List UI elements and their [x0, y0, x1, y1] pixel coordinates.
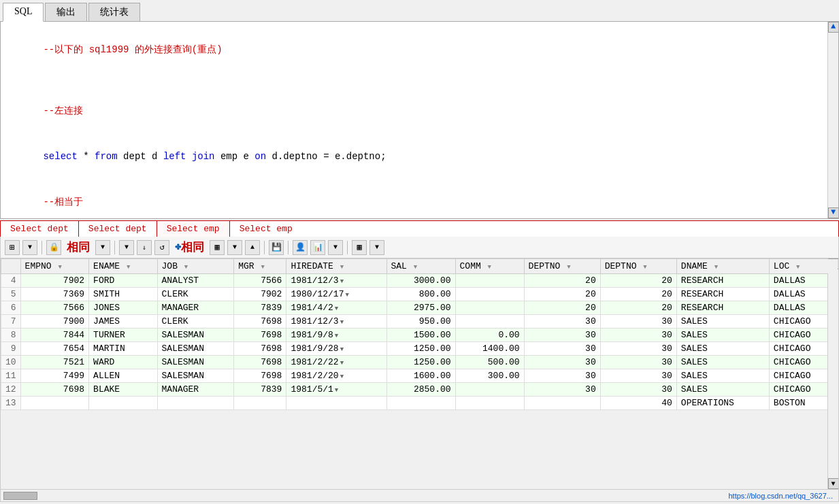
td-hiredate: 1981/2/22▼ — [286, 356, 386, 369]
td-dname: SALES — [676, 342, 769, 356]
td-comm — [455, 288, 524, 301]
td-job: MANAGER — [157, 301, 234, 315]
toolbar-same-icon-1[interactable]: 相同 — [64, 239, 93, 255]
th-dname[interactable]: DNAME ▼ — [676, 259, 769, 274]
td-comm — [455, 274, 524, 288]
toolbar-same-icon-2[interactable]: ✤相同 — [172, 239, 207, 255]
td-dname: SALES — [676, 329, 769, 342]
bottom-scroll-thumb[interactable] — [3, 492, 37, 500]
editor-scroll-up[interactable]: ▲ — [828, 22, 839, 33]
td-comm — [455, 315, 524, 329]
toolbar-lock-icon[interactable]: 🔒 — [46, 240, 61, 255]
toolbar-down-btn-2[interactable]: ⇓ — [137, 240, 152, 255]
table-row: 97654MARTINSALESMAN76981981/9/28▼1250.00… — [1, 342, 838, 356]
grid-scrollbar[interactable]: ▲ ▼ — [827, 258, 838, 489]
editor-line-2 — [9, 73, 830, 88]
grid-scroll-down[interactable]: ▼ — [828, 478, 839, 489]
data-grid-wrapper[interactable]: EMPNO ▼ ENAME ▼ JOB ▼ MGR ▼ HIREDATE ▼ S… — [0, 258, 839, 490]
toolbar-layers-icon[interactable]: ▦ — [210, 240, 225, 255]
table-body: 47902FORDANALYST75661981/12/3▼3000.00202… — [1, 274, 838, 410]
tab-output[interactable]: 输出 — [45, 3, 87, 21]
td-dname: OPERATIONS — [676, 397, 769, 410]
td-rownum: 12 — [1, 383, 21, 397]
th-rownum — [1, 259, 21, 274]
td-rownum: 9 — [1, 342, 21, 356]
toolbar-floppy-icon[interactable]: 💾 — [269, 240, 284, 255]
td-deptno2: 20 — [600, 301, 676, 315]
td-ename: JONES — [89, 301, 157, 315]
th-deptno1[interactable]: DEPTNO ▼ — [524, 259, 600, 274]
result-tab-select-dept-2[interactable]: Select dept — [79, 221, 157, 237]
td-dname: SALES — [676, 369, 769, 383]
td-rownum: 10 — [1, 356, 21, 369]
editor-scrollbar: ▲ ▼ — [827, 22, 838, 218]
table-row: 57369SMITHCLERK79021980/12/17▼800.002020… — [1, 288, 838, 301]
td-sal: 2975.00 — [386, 301, 455, 315]
td-deptno1: 30 — [524, 383, 600, 397]
bottom-scrollbar[interactable]: https://blog.csdn.net/qq_3627... — [0, 490, 839, 502]
th-mgr[interactable]: MGR ▼ — [234, 259, 286, 274]
toolbar-dropdown-2[interactable]: ▼ — [95, 240, 110, 255]
td-empno: 7369 — [20, 288, 88, 301]
td-rownum: 11 — [1, 369, 21, 383]
result-tab-select-dept-1[interactable]: Select dept — [1, 221, 79, 237]
toolbar-dropdown-4[interactable]: ▼ — [328, 240, 343, 255]
editor-line-3: --左连接 — [9, 88, 830, 134]
td-empno: 7499 — [20, 369, 88, 383]
tab-stats[interactable]: 统计表 — [88, 3, 140, 21]
td-empno: 7654 — [20, 342, 88, 356]
toolbar-down-btn-1[interactable]: ▼ — [119, 240, 134, 255]
td-job — [157, 397, 234, 410]
td-job: SALESMAN — [157, 342, 234, 356]
td-empno: 7698 — [20, 383, 88, 397]
td-sal: 950.00 — [386, 315, 455, 329]
th-sal[interactable]: SAL ▼ — [386, 259, 455, 274]
td-mgr — [234, 397, 286, 410]
toolbar-refresh-btn[interactable]: ↺ — [154, 240, 169, 255]
td-deptno1: 20 — [524, 301, 600, 315]
sql-editor[interactable]: --以下的 sql1999 的外连接查询(重点) --左连接 select * … — [0, 22, 839, 219]
result-tab-select-emp-2[interactable]: Select emp — [230, 221, 302, 237]
toolbar-sep-5 — [347, 241, 348, 254]
th-comm[interactable]: COMM ▼ — [455, 259, 524, 274]
th-deptno2[interactable]: DEPTNO ▼ — [600, 259, 676, 274]
td-hiredate: 1981/12/3▼ — [286, 274, 386, 288]
toolbar-dropdown-1[interactable]: ▼ — [22, 240, 37, 255]
toolbar-dropdown-5[interactable]: ▼ — [369, 240, 384, 255]
th-ename[interactable]: ENAME ▼ — [89, 259, 157, 274]
td-ename: BLAKE — [89, 383, 157, 397]
td-mgr: 7698 — [234, 356, 286, 369]
toolbar-grid2-icon[interactable]: ▦ — [352, 240, 367, 255]
table-row: 87844TURNERSALESMAN76981981/9/8▼1500.000… — [1, 329, 838, 342]
th-empno[interactable]: EMPNO ▼ — [20, 259, 88, 274]
th-job[interactable]: JOB ▼ — [157, 259, 234, 274]
td-job: SALESMAN — [157, 329, 234, 342]
th-hiredate[interactable]: HIREDATE ▼ — [286, 259, 386, 274]
data-table: EMPNO ▼ ENAME ▼ JOB ▼ MGR ▼ HIREDATE ▼ S… — [1, 258, 838, 410]
td-sal: 3000.00 — [386, 274, 455, 288]
td-job: SALESMAN — [157, 369, 234, 383]
result-tab-select-emp-1[interactable]: Select emp — [157, 221, 230, 237]
td-job: CLERK — [157, 315, 234, 329]
td-mgr: 7839 — [234, 383, 286, 397]
toolbar-up-btn[interactable]: ▲ — [245, 240, 260, 255]
table-row: 47902FORDANALYST75661981/12/3▼3000.00202… — [1, 274, 838, 288]
table-row: 67566JONESMANAGER78391981/4/2▼2975.00202… — [1, 301, 838, 315]
th-loc[interactable]: LOC ▼ — [769, 259, 838, 274]
toolbar-chart-icon[interactable]: 📊 — [310, 240, 325, 255]
table-row: 77900JAMESCLERK76981981/12/3▼950.003030S… — [1, 315, 838, 329]
toolbar-dropdown-3[interactable]: ▼ — [227, 240, 242, 255]
td-ename: ALLEN — [89, 369, 157, 383]
toolbar-table-icon[interactable]: 👤 — [293, 240, 308, 255]
td-dname: RESEARCH — [676, 288, 769, 301]
td-hiredate: 1981/5/1▼ — [286, 383, 386, 397]
table-header-row: EMPNO ▼ ENAME ▼ JOB ▼ MGR ▼ HIREDATE ▼ S… — [1, 259, 838, 274]
editor-scroll-down[interactable]: ▼ — [828, 207, 839, 218]
td-deptno1: 30 — [524, 342, 600, 356]
td-mgr: 7698 — [234, 315, 286, 329]
editor-line-4: select * from dept d left join emp e on … — [9, 134, 830, 180]
toolbar-grid-icon[interactable]: ⊞ — [5, 240, 20, 255]
tab-sql[interactable]: SQL — [3, 3, 44, 22]
grid-toolbar: ⊞ ▼ 🔒 相同 ▼ ▼ ⇓ ↺ ✤相同 ▦ ▼ ▲ 💾 👤 📊 ▼ ▦ ▼ — [0, 237, 839, 258]
td-deptno1: 30 — [524, 369, 600, 383]
